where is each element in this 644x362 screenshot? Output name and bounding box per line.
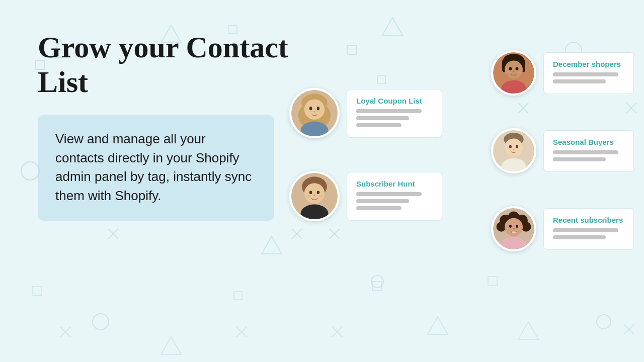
card-name-recent: Recent subscribers [553,216,624,224]
bar-3 [356,206,401,210]
svg-rect-20 [234,292,242,300]
svg-point-65 [505,138,523,156]
svg-point-4 [93,314,109,330]
card-name-subscriber: Subscriber Hunt [356,179,433,188]
svg-line-35 [236,327,247,337]
card-info-seasonal: Seasonal Buyers [543,130,634,172]
card-subscriber-hunt: Subscriber Hunt [289,171,442,221]
svg-point-59 [513,71,514,72]
svg-line-33 [60,327,70,337]
svg-point-75 [313,195,315,196]
svg-point-77 [318,195,323,198]
avatar-seasonal [491,128,536,173]
bar-2 [356,116,409,120]
svg-rect-19 [33,287,42,296]
svg-point-76 [306,195,310,198]
description-text: View and manage all your contacts direct… [55,130,257,206]
svg-rect-89 [512,232,516,233]
svg-point-73 [309,191,312,194]
card-info-recent: Recent subscribers [543,208,634,250]
svg-point-66 [509,145,512,149]
svg-line-31 [108,229,118,239]
card-info-subscriber: Subscriber Hunt [347,172,442,221]
bar-3 [356,123,401,127]
card-name-december: December shopers [553,60,624,68]
svg-point-72 [304,183,325,203]
bar-2 [356,199,409,203]
svg-marker-8 [262,236,282,254]
svg-line-34 [60,327,70,337]
card-december-shopers: December shopers [491,50,634,96]
description-box: View and manage all your contacts direct… [38,115,274,221]
svg-point-0 [21,162,39,180]
svg-point-56 [505,60,523,78]
card-name-loyal-coupon: Loyal Coupon List [356,97,433,105]
svg-point-74 [317,191,320,194]
svg-point-85 [505,218,523,236]
left-section: Grow your Contact List View and manage a… [38,30,299,221]
svg-point-61 [517,71,521,73]
svg-point-67 [516,145,518,149]
svg-point-50 [317,107,320,110]
card-info-loyal-coupon: Loyal Coupon List [347,89,442,138]
bar-1 [553,150,618,154]
svg-point-88 [513,228,515,229]
bar-2 [553,235,606,239]
svg-line-36 [236,327,247,337]
avatar-december [491,50,536,96]
avatar-subscriber [289,171,340,221]
avatar-loyal-coupon [289,88,340,138]
svg-point-57 [509,67,512,71]
svg-marker-11 [161,337,181,354]
svg-line-32 [108,229,118,239]
svg-point-48 [304,99,325,119]
bar-1 [553,228,618,232]
card-loyal-coupon: Loyal Coupon List [289,88,442,138]
avatar-recent [491,206,536,251]
bar-1 [356,109,422,113]
card-info-december: December shopers [543,52,634,94]
svg-point-49 [309,107,312,110]
bar-2 [553,79,606,83]
bar-2 [553,157,606,161]
right-section: Loyal Coupon List [282,0,644,362]
svg-point-58 [516,67,519,71]
svg-point-68 [513,149,514,150]
card-seasonal-buyers: Seasonal Buyers [491,128,634,173]
card-name-seasonal: Seasonal Buyers [553,138,624,146]
svg-point-87 [516,225,518,228]
svg-point-51 [313,111,315,113]
bar-1 [553,72,618,76]
card-recent-subscribers: Recent subscribers [491,206,634,251]
bar-1 [356,192,422,196]
svg-point-86 [509,225,512,228]
svg-point-60 [507,71,511,73]
page-title: Grow your Contact List [38,30,299,100]
